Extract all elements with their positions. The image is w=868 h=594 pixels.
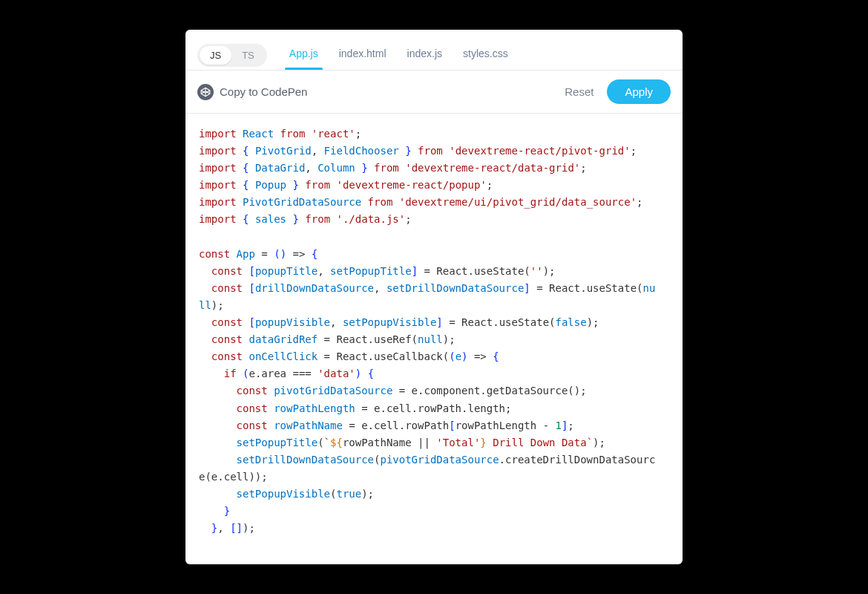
codepen-icon — [197, 84, 214, 100]
reset-button[interactable]: Reset — [551, 79, 607, 104]
file-tabs-container: App.jsindex.htmlindex.jsstyles.css — [279, 40, 519, 70]
lang-js-button[interactable]: JS — [200, 46, 231, 65]
copy-to-codepen-label: Copy to CodePen — [220, 85, 307, 98]
copy-to-codepen-button[interactable]: Copy to CodePen — [197, 84, 307, 100]
file-tab-index-html[interactable]: index.html — [329, 40, 397, 70]
tab-bar: JS TS App.jsindex.htmlindex.jsstyles.css — [185, 30, 683, 71]
apply-button[interactable]: Apply — [607, 79, 671, 104]
action-bar: Copy to CodePen Reset Apply — [185, 71, 683, 114]
code-content: import React from 'react'; import { Pivo… — [199, 125, 677, 537]
code-editor-panel: JS TS App.jsindex.htmlindex.jsstyles.css… — [185, 30, 683, 564]
file-tab-App-js[interactable]: App.js — [279, 40, 329, 70]
lang-ts-button[interactable]: TS — [231, 46, 265, 65]
file-tab-styles-css[interactable]: styles.css — [453, 40, 519, 70]
file-tab-index-js[interactable]: index.js — [397, 40, 453, 70]
code-editor[interactable]: import React from 'react'; import { Pivo… — [185, 114, 683, 564]
language-toggle: JS TS — [197, 44, 267, 67]
